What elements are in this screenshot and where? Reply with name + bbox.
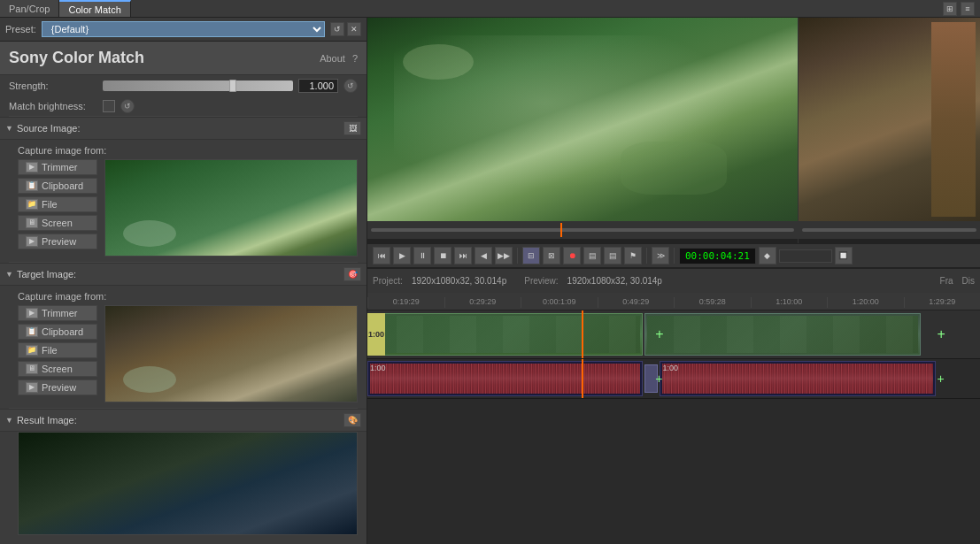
audio-clip-2[interactable]: 1:00 — [660, 361, 935, 396]
transport-more-btn[interactable]: ≫ — [652, 247, 669, 264]
ruler-mark-7: 1:29:29 — [904, 297, 981, 308]
audio-add-icon-1: + — [655, 372, 662, 386]
result-preview-image — [18, 432, 358, 535]
preset-reset-icon[interactable]: ↺ — [330, 22, 344, 36]
audio-track: 1:00 1:00 + + — [367, 359, 980, 399]
source-section-icon[interactable]: 🖼 — [343, 121, 361, 135]
timecode-input[interactable] — [779, 249, 832, 263]
scrubber-thumb — [560, 223, 562, 237]
transport-bar: ⏮ ▶ ⏸ ⏹ ⏭ ◀ ▶▶ ⊟ ⊠ ⏺ ▤ ▤ ⚑ ≫ 00:00:04:21… — [367, 243, 980, 268]
transport-punch-btn[interactable]: ⊠ — [543, 247, 560, 264]
video-clip-2[interactable] — [644, 313, 920, 356]
strength-label: Strength: — [9, 80, 97, 91]
tab-color-match-label: Color Match — [68, 4, 120, 15]
video-previews — [367, 18, 980, 243]
strength-reset[interactable]: ↺ — [343, 79, 358, 93]
ruler-mark-5: 1:10:00 — [751, 297, 828, 308]
audio-marker-2: 1:00 — [662, 364, 678, 372]
video-highlight-2 — [621, 142, 727, 195]
tab-icon-1[interactable]: ⊞ — [943, 2, 957, 16]
transport-sep-3 — [674, 248, 675, 264]
help-link[interactable]: ? — [352, 53, 358, 64]
video-scrubber[interactable] — [367, 221, 798, 239]
strength-slider-thumb — [229, 80, 236, 92]
transport-rec-btn[interactable]: ⏺ — [563, 247, 581, 264]
result-preview-canvas — [19, 433, 357, 534]
transport-snap-btn[interactable]: 🔲 — [835, 247, 853, 264]
transport-step-fwd-btn[interactable]: ▶▶ — [495, 247, 513, 264]
transport-btn-b[interactable]: ▤ — [604, 247, 621, 264]
target-screen-btn[interactable]: 🖥 Screen — [18, 361, 97, 377]
target-preview-btn[interactable]: ▶ Preview — [18, 379, 97, 395]
source-preview-btn[interactable]: ▶ Preview — [18, 234, 97, 249]
audio-add-icon-2: + — [938, 372, 945, 386]
video-secondary-canvas — [799, 18, 980, 221]
preview-icon: ▶ — [26, 236, 38, 247]
transport-loop-btn[interactable]: ⊟ — [522, 247, 540, 264]
transport-pause-btn[interactable]: ⏸ — [413, 247, 431, 264]
strength-row: Strength: 1.000 ↺ — [0, 75, 367, 96]
preview-label: Preview: — [524, 276, 558, 286]
source-file-btn[interactable]: 📁 File — [18, 196, 97, 212]
about-link[interactable]: About — [320, 53, 345, 64]
transport-step-back-btn[interactable]: ◀ — [475, 247, 492, 264]
add-icon-1: + — [655, 326, 663, 342]
ruler-mark-3: 0:49:29 — [598, 297, 675, 308]
preset-dropdown[interactable]: {Default} — [42, 21, 325, 37]
scrubber-bar[interactable] — [371, 228, 794, 232]
audio-clip-1[interactable]: 1:00 — [367, 361, 643, 396]
tab-pan-crop[interactable]: Pan/Crop — [0, 0, 59, 17]
brightness-checkbox[interactable] — [103, 100, 115, 112]
ruler-mark-1: 0:29:29 — [444, 297, 521, 308]
secondary-scrubber-bar[interactable] — [802, 228, 976, 232]
source-preview-image — [104, 159, 358, 257]
tab-icon-2[interactable]: ≡ — [961, 2, 975, 16]
transport-btn-c[interactable]: ⚑ — [624, 247, 642, 264]
audio-marker-1: 1:00 — [370, 364, 386, 372]
source-capture-layout: ▶ Trimmer 📋 Clipboard 📁 File 🖥 Screen — [18, 159, 358, 257]
waveform-1 — [370, 364, 640, 394]
preset-icons: ↺ ✕ — [330, 22, 361, 36]
clip-2-frames — [647, 316, 917, 353]
timeline-area: 0:19:29 0:29:29 0:00:1:09 0:49:29 0:59:2… — [367, 293, 980, 544]
plugin-header-links: About ? — [320, 53, 358, 64]
target-capture-layout: ▶ Trimmer 📋 Clipboard 📁 File 🖥 Screen — [18, 305, 358, 402]
playhead — [582, 310, 583, 358]
target-preview-canvas — [105, 306, 357, 402]
secondary-scrubber[interactable] — [799, 221, 980, 239]
transport-prev-frame-btn[interactable]: ⏭ — [454, 247, 472, 264]
brightness-label: Match brightness: — [9, 101, 97, 111]
tab-color-match[interactable]: Color Match — [59, 0, 130, 17]
transport-stop-btn[interactable]: ⏹ — [434, 247, 451, 264]
result-section-header[interactable]: ▼ Result Image: 🎨 — [0, 409, 367, 432]
target-clipboard-btn[interactable]: 📋 Clipboard — [18, 324, 97, 340]
target-screen-icon: 🖥 — [26, 364, 38, 374]
plugin-header: Sony Color Match About ? — [0, 42, 367, 75]
result-arrow-icon: ▼ — [5, 416, 13, 425]
brightness-reset[interactable]: ↺ — [120, 99, 135, 113]
strength-slider[interactable] — [103, 80, 293, 91]
transport-play-btn[interactable]: ▶ — [393, 247, 411, 264]
source-screen-btn[interactable]: 🖥 Screen — [18, 215, 97, 231]
ruler-mark-6: 1:20:00 — [827, 297, 904, 308]
source-section-header[interactable]: ▼ Source Image: 🖼 — [0, 117, 367, 140]
preset-close-icon[interactable]: ✕ — [347, 22, 361, 36]
source-trimmer-btn[interactable]: ▶ Trimmer — [18, 159, 97, 175]
source-clipboard-btn[interactable]: 📋 Clipboard — [18, 178, 97, 194]
target-section-icon[interactable]: 🎯 — [343, 267, 361, 281]
target-trimmer-btn[interactable]: ▶ Trimmer — [18, 305, 97, 321]
video-clip-1[interactable] — [367, 313, 643, 356]
target-file-btn[interactable]: 📁 File — [18, 342, 97, 358]
video-track-content: 1:00 1:00 + — [367, 310, 980, 358]
transport-sep-2 — [646, 248, 647, 264]
result-section-icon[interactable]: 🎨 — [343, 413, 361, 427]
target-file-icon: 📁 — [26, 345, 38, 356]
strength-value[interactable]: 1.000 — [298, 79, 338, 93]
transport-timecode-btn[interactable]: ◆ — [759, 247, 776, 264]
transport-btn-a[interactable]: ▤ — [583, 247, 601, 264]
add-icon-2: + — [938, 326, 945, 342]
target-section-header[interactable]: ▼ Target Image: 🎯 — [0, 263, 367, 286]
transport-rewind-end-btn[interactable]: ⏮ — [373, 247, 390, 264]
source-capture-section: Capture image from: ▶ Trimmer 📋 Clipboar… — [0, 140, 367, 262]
dis-label: Dis — [962, 276, 975, 286]
